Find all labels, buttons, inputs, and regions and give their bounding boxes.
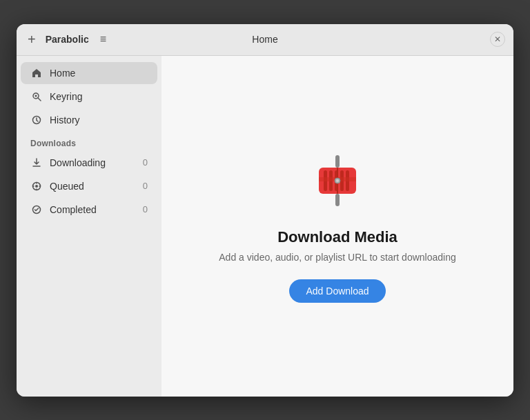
titlebar-left: + Parabolic ≡: [25, 30, 110, 49]
sidebar-item-downloading-label: Downloading: [50, 157, 106, 168]
sidebar-item-home[interactable]: Home: [21, 62, 157, 84]
sidebar-item-home-label: Home: [50, 68, 75, 79]
main-heading: Download Media: [277, 228, 398, 246]
completed-icon: [30, 203, 43, 216]
downloading-count: 0: [143, 157, 148, 168]
download-media-icon: [306, 150, 369, 214]
svg-rect-6: [335, 155, 340, 168]
svg-point-4: [35, 185, 38, 188]
sidebar-item-completed-label: Completed: [50, 204, 97, 215]
app-window: + Parabolic ≡ Home ✕ Home: [17, 24, 513, 397]
svg-point-17: [336, 179, 339, 182]
sidebar-item-downloading[interactable]: Downloading 0: [21, 152, 157, 174]
queued-count: 0: [143, 181, 148, 191]
keyring-icon: [30, 90, 43, 103]
main-panel: Download Media Add a video, audio, or pl…: [161, 56, 513, 397]
sidebar-item-keyring[interactable]: Keyring: [21, 86, 157, 108]
add-download-button[interactable]: Add Download: [289, 279, 385, 303]
completed-count: 0: [143, 204, 148, 214]
add-button[interactable]: +: [25, 30, 39, 49]
sidebar-item-queued-label: Queued: [50, 181, 84, 192]
svg-point-1: [35, 94, 37, 97]
sidebar-item-queued[interactable]: Queued 0: [21, 175, 157, 197]
svg-rect-14: [335, 194, 340, 206]
titlebar: + Parabolic ≡ Home ✕: [17, 24, 513, 56]
queued-icon: [30, 180, 43, 192]
downloading-icon: [30, 157, 43, 169]
sidebar: Home Keyring: [17, 56, 161, 397]
close-button[interactable]: ✕: [490, 32, 505, 47]
menu-button[interactable]: ≡: [96, 32, 110, 47]
sidebar-item-history[interactable]: History: [21, 109, 157, 131]
app-title: Parabolic: [46, 34, 89, 45]
history-icon: [30, 114, 43, 126]
content-area: Home Keyring: [17, 56, 513, 397]
sidebar-item-history-label: History: [50, 114, 80, 126]
window-title: Home: [252, 34, 277, 45]
main-subheading: Add a video, audio, or playlist URL to s…: [219, 252, 455, 263]
sidebar-item-keyring-label: Keyring: [50, 91, 82, 102]
sidebar-item-completed[interactable]: Completed 0: [21, 199, 157, 221]
home-icon: [30, 67, 43, 79]
downloads-section-label: Downloads: [17, 132, 161, 151]
